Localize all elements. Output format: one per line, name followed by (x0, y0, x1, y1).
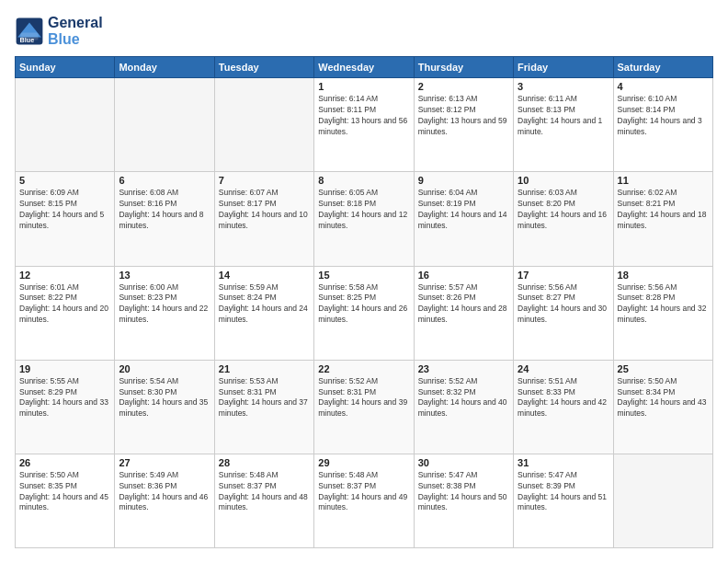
day-number: 21 (219, 363, 310, 374)
day-cell: 11Sunrise: 6:02 AMSunset: 8:21 PMDayligh… (613, 172, 712, 266)
day-cell: 4Sunrise: 6:10 AMSunset: 8:14 PMDaylight… (613, 78, 712, 172)
day-cell: 31Sunrise: 5:47 AMSunset: 8:39 PMDayligh… (514, 454, 613, 547)
day-info: Sunrise: 5:49 AMSunset: 8:36 PMDaylight:… (119, 470, 210, 514)
logo: Blue General Blue (15, 15, 103, 47)
day-cell: 27Sunrise: 5:49 AMSunset: 8:36 PMDayligh… (115, 454, 214, 547)
day-cell: 16Sunrise: 5:57 AMSunset: 8:26 PMDayligh… (414, 266, 513, 360)
day-cell: 5Sunrise: 6:09 AMSunset: 8:15 PMDaylight… (16, 172, 115, 266)
day-cell: 7Sunrise: 6:07 AMSunset: 8:17 PMDaylight… (214, 172, 313, 266)
week-row-1: 1Sunrise: 6:14 AMSunset: 8:11 PMDaylight… (16, 78, 713, 172)
day-cell: 6Sunrise: 6:08 AMSunset: 8:16 PMDaylight… (115, 172, 214, 266)
day-number: 23 (418, 363, 509, 374)
day-number: 17 (518, 270, 609, 281)
day-number: 10 (518, 175, 609, 186)
day-cell: 28Sunrise: 5:48 AMSunset: 8:37 PMDayligh… (214, 454, 313, 547)
day-info: Sunrise: 5:54 AMSunset: 8:30 PMDaylight:… (119, 376, 210, 420)
day-number: 28 (219, 457, 310, 468)
day-cell: 18Sunrise: 5:56 AMSunset: 8:28 PMDayligh… (613, 266, 712, 360)
day-info: Sunrise: 6:11 AMSunset: 8:13 PMDaylight:… (518, 94, 609, 138)
day-cell (16, 78, 115, 172)
day-info: Sunrise: 5:56 AMSunset: 8:28 PMDaylight:… (618, 282, 709, 327)
day-number: 26 (19, 457, 110, 468)
day-cell: 19Sunrise: 5:55 AMSunset: 8:29 PMDayligh… (16, 360, 115, 454)
day-cell: 21Sunrise: 5:53 AMSunset: 8:31 PMDayligh… (214, 360, 313, 454)
day-number: 2 (418, 81, 509, 92)
weekday-header-wednesday: Wednesday (314, 57, 414, 78)
day-number: 4 (618, 81, 709, 92)
day-cell: 8Sunrise: 6:05 AMSunset: 8:18 PMDaylight… (314, 172, 414, 266)
day-number: 8 (318, 175, 409, 186)
day-number: 16 (418, 270, 509, 281)
day-info: Sunrise: 6:01 AMSunset: 8:22 PMDaylight:… (19, 282, 110, 327)
weekday-header-friday: Friday (514, 57, 613, 78)
calendar: SundayMondayTuesdayWednesdayThursdayFrid… (15, 56, 713, 548)
day-info: Sunrise: 6:03 AMSunset: 8:20 PMDaylight:… (518, 188, 609, 232)
day-info: Sunrise: 5:51 AMSunset: 8:33 PMDaylight:… (518, 376, 609, 420)
day-number: 14 (219, 270, 310, 281)
logo-blue: Blue (48, 31, 103, 48)
day-number: 20 (119, 363, 210, 374)
day-number: 3 (518, 81, 609, 92)
weekday-header-row: SundayMondayTuesdayWednesdayThursdayFrid… (16, 57, 713, 78)
day-info: Sunrise: 6:04 AMSunset: 8:19 PMDaylight:… (418, 188, 509, 232)
day-cell (613, 454, 712, 547)
day-cell: 24Sunrise: 5:51 AMSunset: 8:33 PMDayligh… (514, 360, 613, 454)
day-info: Sunrise: 6:10 AMSunset: 8:14 PMDaylight:… (618, 94, 709, 138)
day-number: 13 (119, 270, 210, 281)
header: Blue General Blue (15, 15, 713, 47)
day-info: Sunrise: 5:55 AMSunset: 8:29 PMDaylight:… (19, 376, 110, 420)
day-number: 1 (318, 81, 409, 92)
day-info: Sunrise: 6:07 AMSunset: 8:17 PMDaylight:… (219, 188, 310, 232)
day-cell: 1Sunrise: 6:14 AMSunset: 8:11 PMDaylight… (314, 78, 414, 172)
logo-icon: Blue (15, 17, 44, 46)
day-number: 7 (219, 175, 310, 186)
day-info: Sunrise: 6:08 AMSunset: 8:16 PMDaylight:… (119, 188, 210, 232)
day-info: Sunrise: 5:48 AMSunset: 8:37 PMDaylight:… (318, 470, 409, 514)
week-row-5: 26Sunrise: 5:50 AMSunset: 8:35 PMDayligh… (16, 454, 713, 547)
logo-general: General (48, 15, 103, 31)
day-cell: 17Sunrise: 5:56 AMSunset: 8:27 PMDayligh… (514, 266, 613, 360)
day-cell: 20Sunrise: 5:54 AMSunset: 8:30 PMDayligh… (115, 360, 214, 454)
day-number: 12 (19, 270, 110, 281)
day-info: Sunrise: 5:48 AMSunset: 8:37 PMDaylight:… (219, 470, 310, 514)
day-cell: 3Sunrise: 6:11 AMSunset: 8:13 PMDaylight… (514, 78, 613, 172)
day-info: Sunrise: 5:50 AMSunset: 8:35 PMDaylight:… (19, 470, 110, 514)
day-number: 30 (418, 457, 509, 468)
day-info: Sunrise: 6:13 AMSunset: 8:12 PMDaylight:… (418, 94, 509, 138)
day-cell: 29Sunrise: 5:48 AMSunset: 8:37 PMDayligh… (314, 454, 414, 547)
weekday-header-tuesday: Tuesday (214, 57, 313, 78)
week-row-3: 12Sunrise: 6:01 AMSunset: 8:22 PMDayligh… (16, 266, 713, 360)
day-cell: 14Sunrise: 5:59 AMSunset: 8:24 PMDayligh… (214, 266, 313, 360)
day-cell: 22Sunrise: 5:52 AMSunset: 8:31 PMDayligh… (314, 360, 414, 454)
day-info: Sunrise: 6:09 AMSunset: 8:15 PMDaylight:… (19, 188, 110, 232)
day-cell (214, 78, 313, 172)
day-info: Sunrise: 5:52 AMSunset: 8:32 PMDaylight:… (418, 376, 509, 420)
day-cell (115, 78, 214, 172)
day-cell: 10Sunrise: 6:03 AMSunset: 8:20 PMDayligh… (514, 172, 613, 266)
day-info: Sunrise: 5:58 AMSunset: 8:25 PMDaylight:… (318, 282, 409, 327)
day-info: Sunrise: 5:47 AMSunset: 8:38 PMDaylight:… (418, 470, 509, 514)
day-info: Sunrise: 6:05 AMSunset: 8:18 PMDaylight:… (318, 188, 409, 232)
weekday-header-saturday: Saturday (613, 57, 712, 78)
week-row-2: 5Sunrise: 6:09 AMSunset: 8:15 PMDaylight… (16, 172, 713, 266)
day-cell: 13Sunrise: 6:00 AMSunset: 8:23 PMDayligh… (115, 266, 214, 360)
day-cell: 26Sunrise: 5:50 AMSunset: 8:35 PMDayligh… (16, 454, 115, 547)
day-cell: 2Sunrise: 6:13 AMSunset: 8:12 PMDaylight… (414, 78, 513, 172)
day-number: 15 (318, 270, 409, 281)
day-info: Sunrise: 6:02 AMSunset: 8:21 PMDaylight:… (618, 188, 709, 232)
day-cell: 23Sunrise: 5:52 AMSunset: 8:32 PMDayligh… (414, 360, 513, 454)
day-info: Sunrise: 5:56 AMSunset: 8:27 PMDaylight:… (518, 282, 609, 327)
day-cell: 12Sunrise: 6:01 AMSunset: 8:22 PMDayligh… (16, 266, 115, 360)
day-number: 27 (119, 457, 210, 468)
day-number: 22 (318, 363, 409, 374)
day-info: Sunrise: 5:50 AMSunset: 8:34 PMDaylight:… (618, 376, 709, 420)
day-number: 5 (19, 175, 110, 186)
weekday-header-monday: Monday (115, 57, 214, 78)
day-cell: 9Sunrise: 6:04 AMSunset: 8:19 PMDaylight… (414, 172, 513, 266)
day-info: Sunrise: 5:47 AMSunset: 8:39 PMDaylight:… (518, 470, 609, 514)
day-info: Sunrise: 5:57 AMSunset: 8:26 PMDaylight:… (418, 282, 509, 327)
day-info: Sunrise: 6:14 AMSunset: 8:11 PMDaylight:… (318, 94, 409, 138)
day-info: Sunrise: 5:59 AMSunset: 8:24 PMDaylight:… (219, 282, 310, 327)
day-cell: 15Sunrise: 5:58 AMSunset: 8:25 PMDayligh… (314, 266, 414, 360)
page: Blue General Blue SundayMondayTuesdayWed… (0, 0, 728, 563)
